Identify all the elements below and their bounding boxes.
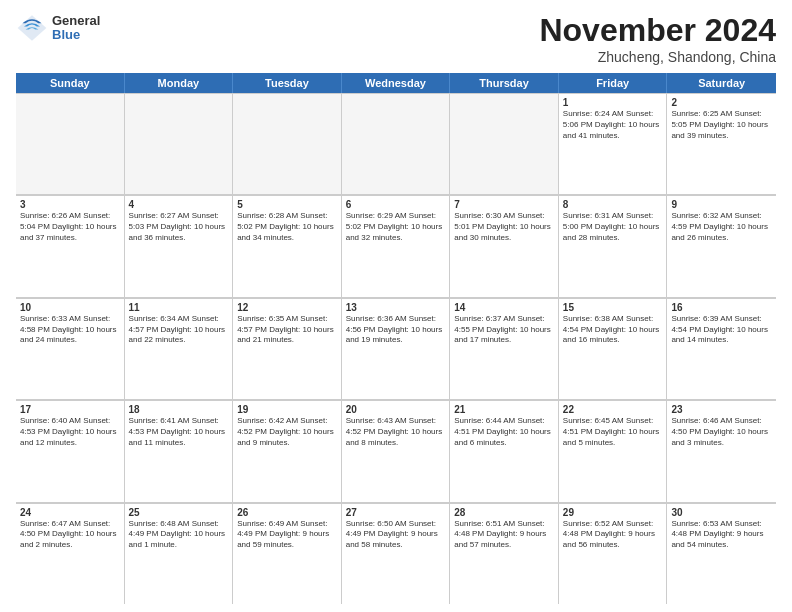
day-cell: 9Sunrise: 6:32 AM Sunset: 4:59 PM Daylig…: [667, 196, 776, 296]
day-number: 20: [346, 404, 446, 415]
day-number: 28: [454, 507, 554, 518]
day-number: 15: [563, 302, 663, 313]
weekday-header: Friday: [559, 73, 668, 93]
day-cell: 23Sunrise: 6:46 AM Sunset: 4:50 PM Dayli…: [667, 401, 776, 501]
logo-general: General: [52, 14, 100, 28]
day-cell: 12Sunrise: 6:35 AM Sunset: 4:57 PM Dayli…: [233, 299, 342, 399]
day-number: 29: [563, 507, 663, 518]
day-info: Sunrise: 6:42 AM Sunset: 4:52 PM Dayligh…: [237, 416, 337, 448]
day-cell: 2Sunrise: 6:25 AM Sunset: 5:05 PM Daylig…: [667, 94, 776, 194]
day-number: 8: [563, 199, 663, 210]
day-info: Sunrise: 6:35 AM Sunset: 4:57 PM Dayligh…: [237, 314, 337, 346]
day-number: 14: [454, 302, 554, 313]
day-number: 16: [671, 302, 772, 313]
day-cell: 22Sunrise: 6:45 AM Sunset: 4:51 PM Dayli…: [559, 401, 668, 501]
day-info: Sunrise: 6:24 AM Sunset: 5:06 PM Dayligh…: [563, 109, 663, 141]
weekday-header: Wednesday: [342, 73, 451, 93]
day-cell: 28Sunrise: 6:51 AM Sunset: 4:48 PM Dayli…: [450, 504, 559, 604]
day-info: Sunrise: 6:31 AM Sunset: 5:00 PM Dayligh…: [563, 211, 663, 243]
day-cell: 15Sunrise: 6:38 AM Sunset: 4:54 PM Dayli…: [559, 299, 668, 399]
day-number: 10: [20, 302, 120, 313]
day-info: Sunrise: 6:46 AM Sunset: 4:50 PM Dayligh…: [671, 416, 772, 448]
day-cell: 8Sunrise: 6:31 AM Sunset: 5:00 PM Daylig…: [559, 196, 668, 296]
day-info: Sunrise: 6:40 AM Sunset: 4:53 PM Dayligh…: [20, 416, 120, 448]
day-info: Sunrise: 6:26 AM Sunset: 5:04 PM Dayligh…: [20, 211, 120, 243]
empty-day-cell: [450, 94, 559, 194]
weekday-header: Saturday: [667, 73, 776, 93]
day-number: 26: [237, 507, 337, 518]
header: General Blue November 2024 Zhucheng, Sha…: [16, 12, 776, 65]
empty-day-cell: [342, 94, 451, 194]
day-info: Sunrise: 6:44 AM Sunset: 4:51 PM Dayligh…: [454, 416, 554, 448]
day-cell: 6Sunrise: 6:29 AM Sunset: 5:02 PM Daylig…: [342, 196, 451, 296]
day-number: 21: [454, 404, 554, 415]
day-cell: 7Sunrise: 6:30 AM Sunset: 5:01 PM Daylig…: [450, 196, 559, 296]
day-info: Sunrise: 6:29 AM Sunset: 5:02 PM Dayligh…: [346, 211, 446, 243]
day-number: 2: [671, 97, 772, 108]
day-info: Sunrise: 6:38 AM Sunset: 4:54 PM Dayligh…: [563, 314, 663, 346]
day-info: Sunrise: 6:33 AM Sunset: 4:58 PM Dayligh…: [20, 314, 120, 346]
calendar-header: SundayMondayTuesdayWednesdayThursdayFrid…: [16, 73, 776, 93]
day-number: 30: [671, 507, 772, 518]
day-cell: 14Sunrise: 6:37 AM Sunset: 4:55 PM Dayli…: [450, 299, 559, 399]
empty-day-cell: [16, 94, 125, 194]
day-info: Sunrise: 6:39 AM Sunset: 4:54 PM Dayligh…: [671, 314, 772, 346]
empty-day-cell: [125, 94, 234, 194]
day-number: 18: [129, 404, 229, 415]
calendar-body: 1Sunrise: 6:24 AM Sunset: 5:06 PM Daylig…: [16, 93, 776, 604]
day-cell: 16Sunrise: 6:39 AM Sunset: 4:54 PM Dayli…: [667, 299, 776, 399]
logo-blue: Blue: [52, 28, 100, 42]
day-info: Sunrise: 6:32 AM Sunset: 4:59 PM Dayligh…: [671, 211, 772, 243]
day-info: Sunrise: 6:43 AM Sunset: 4:52 PM Dayligh…: [346, 416, 446, 448]
day-info: Sunrise: 6:25 AM Sunset: 5:05 PM Dayligh…: [671, 109, 772, 141]
month-title: November 2024: [539, 12, 776, 49]
day-cell: 19Sunrise: 6:42 AM Sunset: 4:52 PM Dayli…: [233, 401, 342, 501]
day-number: 12: [237, 302, 337, 313]
day-info: Sunrise: 6:47 AM Sunset: 4:50 PM Dayligh…: [20, 519, 120, 551]
day-cell: 13Sunrise: 6:36 AM Sunset: 4:56 PM Dayli…: [342, 299, 451, 399]
day-info: Sunrise: 6:37 AM Sunset: 4:55 PM Dayligh…: [454, 314, 554, 346]
logo-icon: [16, 12, 48, 44]
day-number: 5: [237, 199, 337, 210]
day-info: Sunrise: 6:53 AM Sunset: 4:48 PM Dayligh…: [671, 519, 772, 551]
day-info: Sunrise: 6:28 AM Sunset: 5:02 PM Dayligh…: [237, 211, 337, 243]
day-number: 13: [346, 302, 446, 313]
day-number: 4: [129, 199, 229, 210]
day-number: 9: [671, 199, 772, 210]
day-info: Sunrise: 6:51 AM Sunset: 4:48 PM Dayligh…: [454, 519, 554, 551]
day-number: 22: [563, 404, 663, 415]
calendar-row: 1Sunrise: 6:24 AM Sunset: 5:06 PM Daylig…: [16, 93, 776, 195]
day-info: Sunrise: 6:41 AM Sunset: 4:53 PM Dayligh…: [129, 416, 229, 448]
logo: General Blue: [16, 12, 100, 44]
logo-text: General Blue: [52, 14, 100, 43]
day-cell: 5Sunrise: 6:28 AM Sunset: 5:02 PM Daylig…: [233, 196, 342, 296]
empty-day-cell: [233, 94, 342, 194]
day-cell: 3Sunrise: 6:26 AM Sunset: 5:04 PM Daylig…: [16, 196, 125, 296]
weekday-header: Sunday: [16, 73, 125, 93]
day-info: Sunrise: 6:49 AM Sunset: 4:49 PM Dayligh…: [237, 519, 337, 551]
day-number: 19: [237, 404, 337, 415]
day-cell: 24Sunrise: 6:47 AM Sunset: 4:50 PM Dayli…: [16, 504, 125, 604]
day-cell: 11Sunrise: 6:34 AM Sunset: 4:57 PM Dayli…: [125, 299, 234, 399]
day-info: Sunrise: 6:27 AM Sunset: 5:03 PM Dayligh…: [129, 211, 229, 243]
weekday-header: Thursday: [450, 73, 559, 93]
day-cell: 30Sunrise: 6:53 AM Sunset: 4:48 PM Dayli…: [667, 504, 776, 604]
day-cell: 27Sunrise: 6:50 AM Sunset: 4:49 PM Dayli…: [342, 504, 451, 604]
day-cell: 10Sunrise: 6:33 AM Sunset: 4:58 PM Dayli…: [16, 299, 125, 399]
day-info: Sunrise: 6:36 AM Sunset: 4:56 PM Dayligh…: [346, 314, 446, 346]
page: General Blue November 2024 Zhucheng, Sha…: [0, 0, 792, 612]
day-number: 23: [671, 404, 772, 415]
location: Zhucheng, Shandong, China: [539, 49, 776, 65]
calendar-row: 24Sunrise: 6:47 AM Sunset: 4:50 PM Dayli…: [16, 503, 776, 604]
day-cell: 26Sunrise: 6:49 AM Sunset: 4:49 PM Dayli…: [233, 504, 342, 604]
day-cell: 18Sunrise: 6:41 AM Sunset: 4:53 PM Dayli…: [125, 401, 234, 501]
day-number: 11: [129, 302, 229, 313]
day-number: 24: [20, 507, 120, 518]
title-block: November 2024 Zhucheng, Shandong, China: [539, 12, 776, 65]
day-cell: 1Sunrise: 6:24 AM Sunset: 5:06 PM Daylig…: [559, 94, 668, 194]
day-cell: 29Sunrise: 6:52 AM Sunset: 4:48 PM Dayli…: [559, 504, 668, 604]
day-cell: 25Sunrise: 6:48 AM Sunset: 4:49 PM Dayli…: [125, 504, 234, 604]
day-info: Sunrise: 6:52 AM Sunset: 4:48 PM Dayligh…: [563, 519, 663, 551]
day-cell: 20Sunrise: 6:43 AM Sunset: 4:52 PM Dayli…: [342, 401, 451, 501]
day-number: 25: [129, 507, 229, 518]
